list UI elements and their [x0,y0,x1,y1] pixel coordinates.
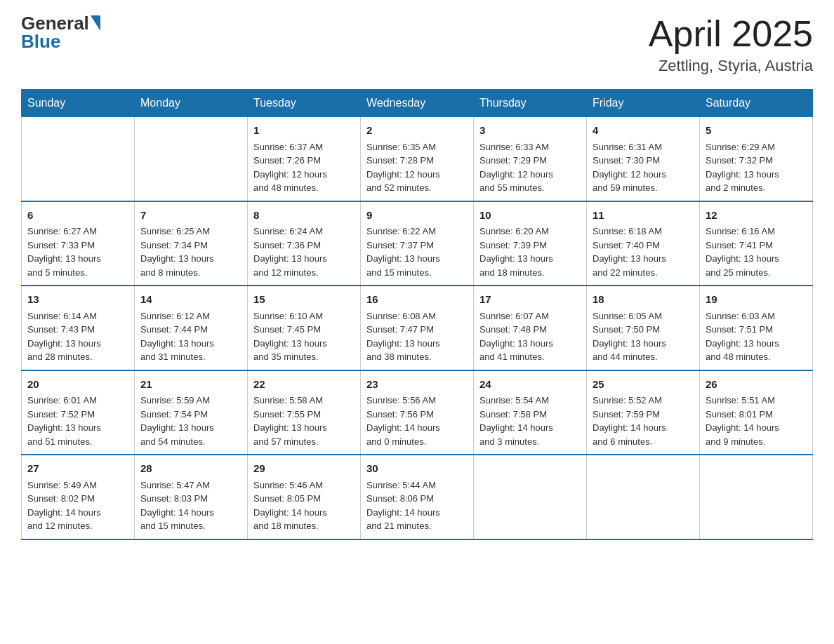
day-number: 12 [706,208,807,224]
day-info-line: Sunrise: 6:08 AM [366,309,468,323]
day-info-line: Sunset: 7:34 PM [140,239,241,253]
day-info-line: and 15 minutes. [366,266,468,280]
calendar-cell: 18Sunrise: 6:05 AMSunset: 7:50 PMDayligh… [587,286,700,370]
logo-general-text: General [21,14,89,32]
day-number: 8 [253,208,355,224]
calendar-cell: 27Sunrise: 5:49 AMSunset: 8:02 PMDayligh… [22,455,135,539]
day-info-line: Sunrise: 6:07 AM [479,309,581,323]
day-number: 24 [479,377,581,393]
calendar-header-row: SundayMondayTuesdayWednesdayThursdayFrid… [22,90,813,117]
calendar-cell: 14Sunrise: 6:12 AMSunset: 7:44 PMDayligh… [135,286,248,370]
calendar-cell: 13Sunrise: 6:14 AMSunset: 7:43 PMDayligh… [22,286,135,370]
day-info-line: Daylight: 14 hours [253,506,355,520]
day-info-line: and 0 minutes. [366,435,468,449]
calendar-cell [22,117,135,201]
day-number: 6 [27,208,128,224]
day-info-line: Sunrise: 5:58 AM [253,394,355,408]
calendar-cell: 5Sunrise: 6:29 AMSunset: 7:32 PMDaylight… [700,117,813,201]
calendar-day-header: Monday [135,90,248,117]
calendar-cell: 3Sunrise: 6:33 AMSunset: 7:29 PMDaylight… [474,117,587,201]
day-info-line: Daylight: 12 hours [479,168,581,182]
day-info-line: Sunset: 8:01 PM [706,408,807,422]
day-info-line: Sunrise: 6:25 AM [140,224,241,239]
day-info-line: Sunrise: 5:52 AM [593,394,694,408]
day-number: 15 [253,292,355,308]
day-info-line: Sunrise: 5:46 AM [253,478,355,492]
day-info-line: Sunrise: 6:22 AM [366,224,468,239]
day-number: 9 [366,208,468,224]
day-info-line: Sunrise: 5:44 AM [366,478,468,492]
day-info-line: and 21 minutes. [366,519,468,533]
calendar-cell: 21Sunrise: 5:59 AMSunset: 7:54 PMDayligh… [135,370,248,455]
day-info-line: Sunset: 7:33 PM [27,239,128,253]
day-info-line: Sunrise: 6:14 AM [27,309,128,323]
calendar-cell: 30Sunrise: 5:44 AMSunset: 8:06 PMDayligh… [361,455,474,539]
day-info-line: and 9 minutes. [706,435,807,449]
day-info-line: and 25 minutes. [706,266,807,280]
day-info-line: Daylight: 13 hours [706,168,807,182]
day-info-line: and 6 minutes. [593,435,694,449]
day-info-line: Sunrise: 6:03 AM [706,309,807,323]
calendar-cell: 19Sunrise: 6:03 AMSunset: 7:51 PMDayligh… [700,286,813,370]
day-number: 17 [479,292,581,308]
day-info-line: Sunset: 7:50 PM [593,323,694,337]
calendar-cell: 28Sunrise: 5:47 AMSunset: 8:03 PMDayligh… [135,455,248,539]
day-info-line: Sunset: 7:39 PM [479,239,581,253]
calendar-day-header: Tuesday [248,90,361,117]
calendar-week-row: 20Sunrise: 6:01 AMSunset: 7:52 PMDayligh… [22,370,813,455]
day-info-line: Sunrise: 5:54 AM [479,394,581,408]
calendar-cell [135,117,248,201]
day-info-line: Daylight: 13 hours [27,252,128,266]
day-info-line: Sunrise: 6:31 AM [593,140,694,154]
day-info-line: Sunset: 7:30 PM [593,154,694,168]
day-number: 7 [140,208,241,224]
day-info-line: Sunset: 8:03 PM [140,492,241,506]
day-info-line: Daylight: 13 hours [479,337,581,351]
day-info-line: Daylight: 14 hours [366,506,468,520]
day-info-line: Sunset: 7:48 PM [479,323,581,337]
day-number: 16 [366,292,468,308]
calendar-cell: 29Sunrise: 5:46 AMSunset: 8:05 PMDayligh… [248,455,361,539]
day-info-line: Sunset: 8:05 PM [253,492,355,506]
day-number: 13 [27,292,128,308]
page-subtitle: Zettling, Styria, Austria [649,57,813,75]
day-info-line: Sunrise: 6:33 AM [479,140,581,154]
calendar-cell [587,455,700,539]
day-info-line: and 22 minutes. [593,266,694,280]
page-title: April 2025 [649,14,813,54]
day-info-line: Daylight: 12 hours [593,168,694,182]
calendar-cell: 25Sunrise: 5:52 AMSunset: 7:59 PMDayligh… [587,370,700,455]
day-info-line: and 8 minutes. [140,266,241,280]
day-number: 21 [140,377,241,393]
day-number: 20 [27,377,128,393]
day-info-line: Sunset: 7:55 PM [253,408,355,422]
day-info-line: Sunrise: 6:10 AM [253,309,355,323]
day-info-line: Daylight: 14 hours [706,421,807,435]
day-info-line: Sunrise: 6:18 AM [593,224,694,239]
day-info-line: Daylight: 13 hours [706,337,807,351]
logo: General Blue [21,14,100,51]
day-info-line: Sunrise: 6:05 AM [593,309,694,323]
day-info-line: Daylight: 13 hours [253,252,355,266]
day-info-line: Sunset: 8:02 PM [27,492,128,506]
day-number: 23 [366,377,468,393]
calendar-cell: 20Sunrise: 6:01 AMSunset: 7:52 PMDayligh… [22,370,135,455]
day-info-line: Sunrise: 6:29 AM [706,140,807,154]
day-info-line: Sunset: 7:32 PM [706,154,807,168]
day-info-line: Sunrise: 6:20 AM [479,224,581,239]
day-info-line: Sunset: 7:36 PM [253,239,355,253]
day-info-line: Sunset: 7:26 PM [253,154,355,168]
day-info-line: Sunrise: 6:12 AM [140,309,241,323]
day-info-line: Daylight: 13 hours [140,252,241,266]
day-info-line: Daylight: 13 hours [27,337,128,351]
day-info-line: Sunset: 7:58 PM [479,408,581,422]
day-info-line: Daylight: 13 hours [140,421,241,435]
calendar-cell: 9Sunrise: 6:22 AMSunset: 7:37 PMDaylight… [361,201,474,286]
day-number: 11 [593,208,694,224]
day-number: 28 [140,461,241,477]
day-number: 19 [706,292,807,308]
day-info-line: Sunset: 7:52 PM [27,408,128,422]
day-number: 29 [253,461,355,477]
day-info-line: Sunrise: 6:27 AM [27,224,128,239]
day-info-line: Sunset: 7:51 PM [706,323,807,337]
